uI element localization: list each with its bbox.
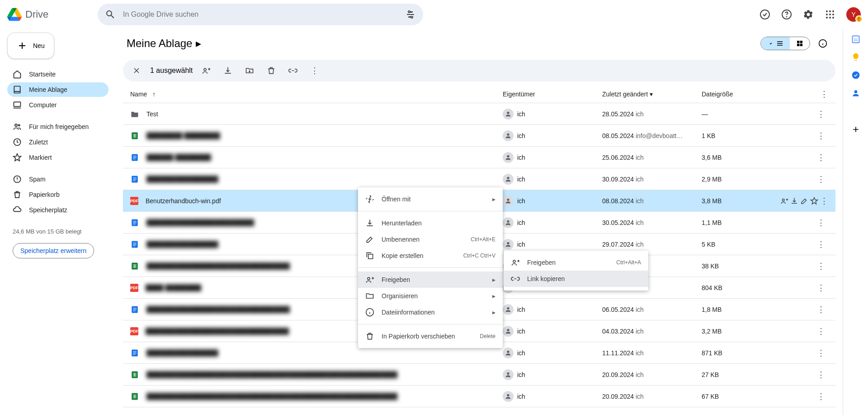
view-grid-button[interactable]	[790, 37, 810, 50]
table-row[interactable]: ████████████████████████████████████████…	[123, 386, 835, 407]
keep-icon[interactable]	[851, 52, 860, 62]
sidebar: Neu Startseite Meine Ablage Computer Für…	[0, 29, 116, 415]
more-button[interactable]: ⋮	[814, 283, 828, 293]
menu-share[interactable]: Freigeben▸	[358, 272, 503, 288]
rename-button[interactable]	[800, 197, 808, 205]
menu-fileinfo[interactable]: Dateiinformationen▸	[358, 304, 503, 320]
download-button[interactable]	[220, 62, 236, 79]
more-button[interactable]: ⋮	[814, 348, 828, 358]
table-row[interactable]: ████████████████ich30.09.2024 ich2,9 MB⋮	[123, 168, 835, 190]
add-addon-icon[interactable]	[851, 125, 860, 134]
sidebar-item-spam[interactable]: Spam	[7, 172, 108, 186]
avatar-warning-badge: !	[855, 15, 863, 23]
link-button[interactable]	[285, 62, 301, 79]
size-cell: 3,8 MB	[702, 197, 792, 205]
svg-point-43	[507, 329, 509, 331]
sheets-icon	[130, 262, 139, 271]
more-button[interactable]: ⋮	[814, 391, 828, 401]
sidebar-item-trash[interactable]: Papierkorb	[7, 187, 108, 202]
account-avatar[interactable]: Y!	[846, 7, 861, 22]
file-name: Benutzerhandbuch-win.pdf	[146, 197, 221, 205]
search-options-icon[interactable]	[401, 5, 420, 24]
more-button[interactable]: ⋮	[814, 239, 828, 249]
col-modified[interactable]: Zuletzt geändert	[602, 91, 648, 98]
owner-label: ich	[517, 110, 525, 118]
settings-icon[interactable]	[799, 5, 817, 24]
file-name: ████ ████████	[146, 284, 201, 291]
search-input[interactable]	[119, 10, 401, 19]
ready-offline-icon[interactable]	[756, 5, 774, 24]
share-button[interactable]	[780, 197, 788, 205]
sidebar-item-recent[interactable]: Zuletzt	[7, 135, 108, 149]
star-button[interactable]	[810, 197, 818, 205]
contacts-icon[interactable]	[851, 89, 860, 98]
dropdown-caret-icon[interactable]: ▾	[650, 91, 653, 98]
apps-icon[interactable]	[821, 5, 839, 24]
new-button[interactable]: Neu	[7, 33, 54, 59]
submenu-share[interactable]: FreigebenCtrl+Alt+A	[504, 254, 648, 271]
details-button[interactable]	[814, 34, 832, 52]
menu-open-with[interactable]: Öffnen mit▸	[358, 191, 503, 207]
more-button[interactable]: ⋮	[814, 326, 828, 336]
sidebar-item-computers[interactable]: Computer	[7, 98, 108, 112]
move-button[interactable]	[241, 62, 258, 79]
menu-rename[interactable]: UmbenennenCtrl+Alt+E	[358, 231, 503, 248]
more-button[interactable]: ⋮	[307, 62, 323, 79]
tasks-icon[interactable]	[851, 71, 860, 80]
plus-icon	[17, 40, 28, 51]
table-row[interactable]: ██████ ████████ich25.06.2024 ich3,6 MB⋮	[123, 147, 835, 168]
docs-icon	[130, 153, 139, 162]
more-button[interactable]: ⋮	[814, 218, 828, 228]
col-name[interactable]: Name	[130, 91, 147, 98]
table-row[interactable]: ████████ ████████ich08.05.2024 info@devb…	[123, 125, 835, 147]
more-button[interactable]: ⋮	[814, 305, 828, 315]
svg-point-47	[507, 372, 509, 374]
expand-storage-button[interactable]: Speicherplatz erweitern	[13, 243, 94, 258]
size-cell: 67 KB	[702, 393, 792, 400]
calendar-icon[interactable]: 31	[851, 34, 860, 43]
modified-cell: 20.09.2024 ich	[602, 371, 702, 378]
sheets-icon	[130, 370, 139, 379]
file-name: ████████████████	[146, 349, 218, 357]
col-size[interactable]: Dateigröße	[702, 91, 792, 98]
menu-copy[interactable]: Kopie erstellenCtrl+C Ctrl+V	[358, 248, 503, 264]
clear-selection-button[interactable]	[128, 62, 145, 79]
size-cell: 1,1 MB	[702, 219, 792, 226]
more-button[interactable]: ⋮	[820, 196, 828, 206]
sort-asc-icon[interactable]: ↑	[152, 91, 156, 98]
more-button[interactable]: ⋮	[814, 261, 828, 271]
view-list-button[interactable]	[761, 37, 790, 50]
more-button[interactable]: ⋮	[814, 131, 828, 141]
download-button[interactable]	[790, 197, 798, 205]
page-title[interactable]: Meine Ablage▸	[127, 37, 201, 50]
owner-label: ich	[517, 197, 525, 205]
svg-point-0	[408, 11, 410, 13]
table-row[interactable]: Testich28.05.2024 ich—⋮	[123, 103, 835, 125]
menu-download[interactable]: Herunterladen	[358, 215, 503, 231]
sidebar-item-home[interactable]: Startseite	[7, 67, 108, 81]
column-options-button[interactable]: ⋮	[820, 90, 828, 99]
more-button[interactable]: ⋮	[814, 174, 828, 184]
help-icon[interactable]	[778, 5, 796, 24]
logo-area[interactable]: Drive	[7, 7, 94, 22]
more-button[interactable]: ⋮	[814, 109, 828, 119]
menu-organize[interactable]: Organisieren▸	[358, 288, 503, 304]
menu-trash[interactable]: In Papierkorb verschiebenDelete	[358, 328, 503, 344]
share-button[interactable]	[198, 62, 214, 79]
more-button[interactable]: ⋮	[814, 153, 828, 162]
search-bar[interactable]	[98, 4, 423, 25]
delete-button[interactable]	[263, 62, 279, 79]
sidebar-item-starred[interactable]: Markiert	[7, 150, 108, 165]
svg-point-15	[15, 124, 17, 126]
docs-icon	[130, 240, 139, 249]
cloud-icon	[13, 205, 22, 215]
sidebar-item-mydrive[interactable]: Meine Ablage	[7, 82, 108, 97]
owner-avatar	[503, 348, 514, 358]
sidebar-item-shared[interactable]: Für mich freigegeben	[7, 119, 108, 134]
sidebar-item-storage[interactable]: Speicherplatz	[7, 203, 108, 217]
table-row[interactable]: ████████████████████████████████████████…	[123, 364, 835, 386]
submenu-copylink[interactable]: Link kopieren	[504, 271, 648, 287]
more-button[interactable]: ⋮	[814, 370, 828, 380]
search-icon[interactable]	[101, 5, 119, 24]
col-owner[interactable]: Eigentümer	[503, 91, 602, 98]
